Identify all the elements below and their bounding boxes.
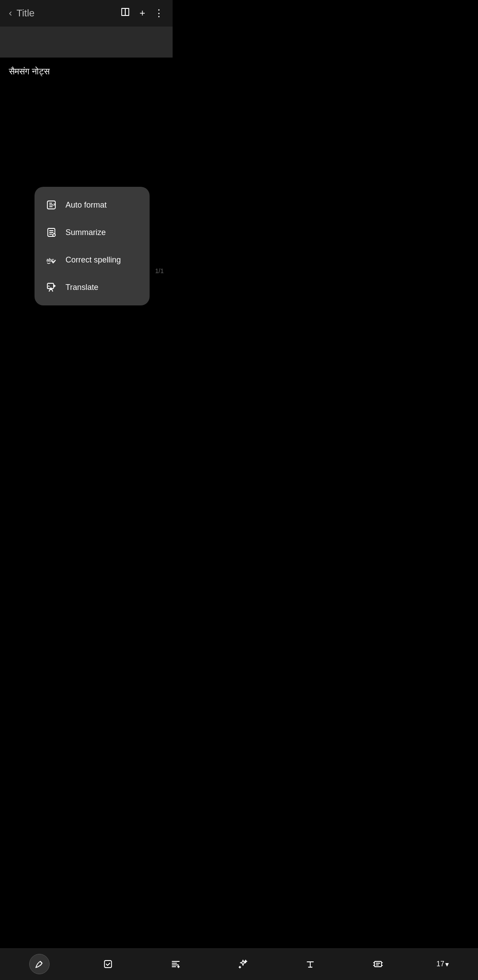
auto-format-icon [45,199,58,211]
spelling-icon: abc [45,254,58,266]
menu-item-correct-spelling[interactable]: abc Correct spelling [35,246,150,274]
top-bar-right: + ⋮ [120,7,164,20]
page-indicator: 1/1 [155,267,164,274]
book-icon[interactable] [120,7,131,20]
menu-label-summarize: Summarize [66,228,106,237]
menu-item-summarize[interactable]: ! Summarize [35,219,150,246]
back-button[interactable]: ‹ [9,8,12,19]
summarize-icon: ! [45,227,58,238]
menu-label-correct-spelling: Correct spelling [66,255,121,265]
popup-menu: Auto format ! Summarize abc Correct spel… [35,187,150,305]
sub-header [0,27,173,58]
note-text: सैमसंग नोट्स [9,66,50,76]
svg-text:!: ! [53,234,54,237]
menu-item-auto-format[interactable]: Auto format [35,191,150,219]
menu-label-auto-format: Auto format [66,201,107,210]
svg-text:abc: abc [46,258,54,262]
translate-icon: A [45,282,58,293]
svg-text:A: A [48,285,50,288]
top-bar-left: ‹ Title [9,8,35,19]
menu-label-translate: Translate [66,283,98,292]
page-title: Title [16,8,35,19]
add-button[interactable]: + [139,8,145,19]
more-menu-button[interactable]: ⋮ [154,8,164,19]
top-bar: ‹ Title + ⋮ [0,0,173,27]
menu-item-translate[interactable]: A Translate [35,274,150,301]
